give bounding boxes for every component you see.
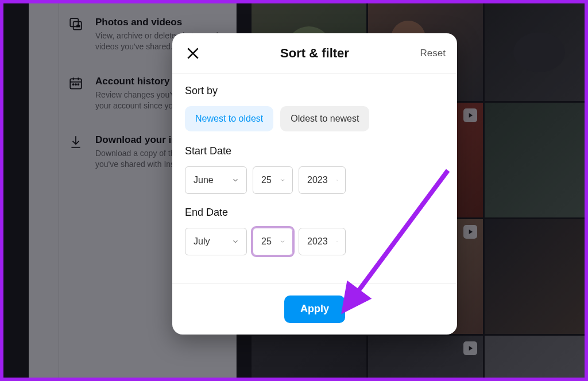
close-button[interactable] [181,42,204,65]
apply-button[interactable]: Apply [284,296,345,323]
start-month-select[interactable]: June [185,166,247,194]
start-day-select[interactable]: 25 [253,166,293,194]
end-year-select[interactable]: 2023 [299,228,346,255]
chevron-down-icon [336,238,338,246]
reset-button[interactable]: Reset [420,48,446,59]
start-year-select[interactable]: 2023 [299,166,346,194]
start-day-value: 25 [261,175,272,185]
end-date-row: July 25 2023 [185,228,444,255]
sort-newest-chip[interactable]: Newest to oldest [185,106,273,131]
sort-by-label: Sort by [185,85,444,97]
end-day-value: 25 [261,236,272,247]
sort-options: Newest to oldest Oldest to newest [185,106,444,131]
start-date-row: June 25 2023 [185,166,444,194]
sort-filter-dialog: Sort & filter Reset Sort by Newest to ol… [172,33,457,335]
dialog-title: Sort & filter [280,46,349,61]
end-day-select[interactable]: 25 [253,228,293,255]
end-month-value: July [194,236,210,247]
sort-oldest-chip[interactable]: Oldest to newest [280,106,369,131]
chevron-down-icon [280,238,285,246]
close-icon [185,46,200,61]
chevron-down-icon [280,176,285,184]
start-date-label: Start Date [185,145,444,157]
start-month-value: June [194,175,214,185]
start-year-value: 2023 [307,175,328,185]
end-year-value: 2023 [307,236,328,247]
end-month-select[interactable]: July [185,228,247,255]
chevron-down-icon [231,176,239,184]
chevron-down-icon [231,238,239,246]
end-date-label: End Date [185,207,444,219]
chevron-down-icon [336,176,338,184]
